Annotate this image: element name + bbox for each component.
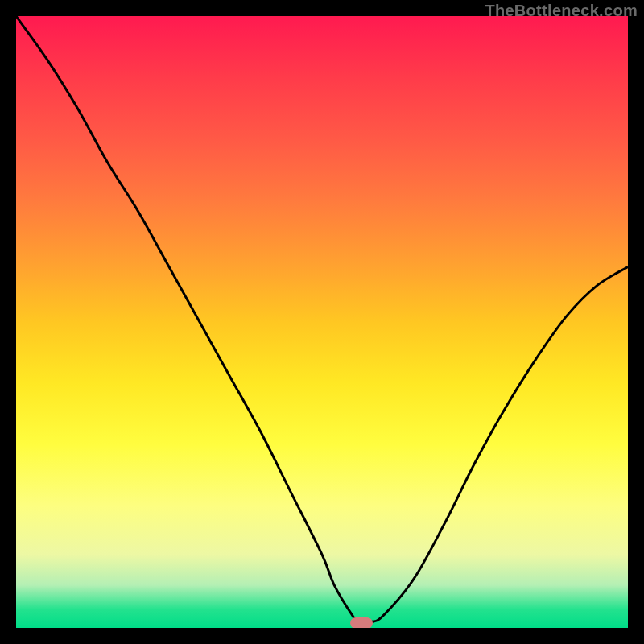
chart-container: TheBottleneck.com: [0, 0, 644, 644]
optimal-marker: [350, 617, 373, 628]
plot-area: [16, 16, 628, 628]
curve-path: [16, 16, 628, 622]
bottleneck-curve: [16, 16, 628, 628]
